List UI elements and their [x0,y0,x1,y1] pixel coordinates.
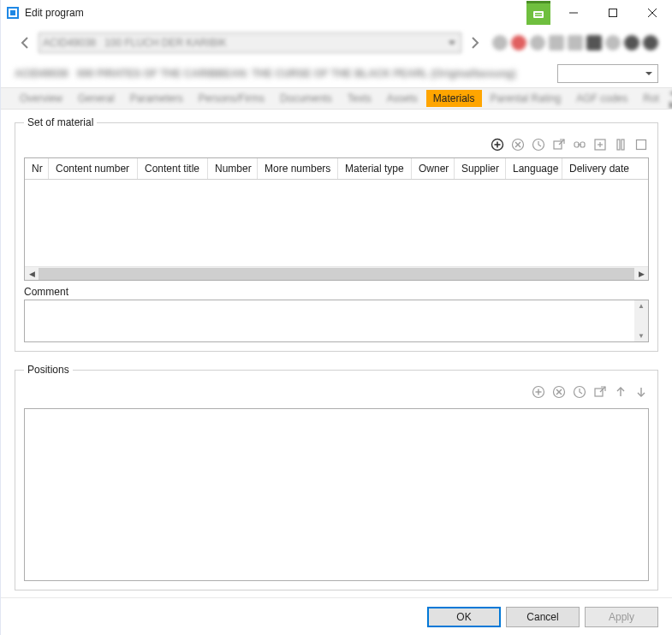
svg-rect-35 [595,389,603,396]
move-up-icon[interactable] [613,384,628,400]
col-material-type[interactable]: Material type [338,158,412,179]
scroll-left-icon[interactable]: ◀ [25,270,39,278]
tab-parental-rating[interactable]: Parental Rating [484,90,568,107]
positions-group: Positions [15,364,658,590]
positions-list[interactable] [24,408,649,581]
titlebar: Edit program [1,0,672,26]
title-badge-icon [526,1,550,25]
col-language[interactable]: Language [506,158,562,179]
scroll-down-icon[interactable]: ▼ [638,332,645,340]
app-icon [6,6,20,20]
svg-rect-26 [621,139,624,150]
nav-toolbar: ACID49038 100 FLUCH DER KARIBIK [1,26,672,60]
col-content-title[interactable]: Content title [138,158,208,179]
positions-toolbar [24,383,649,405]
svg-rect-5 [535,15,542,16]
tab-strip: Overview General Parameters Persons/Firm… [1,87,672,110]
svg-rect-7 [610,9,617,17]
open-external-icon[interactable] [592,384,608,400]
add-icon[interactable] [490,137,505,152]
set-of-material-legend: Set of material [24,116,97,128]
tab-materials[interactable]: Materials [426,90,482,107]
materials-table-body [25,180,648,266]
program-description: ACID49038 000 PIRATES OF THE CARIBBEAN: … [15,68,550,80]
toolbar-icon[interactable] [511,35,526,50]
set-of-material-toolbar [24,135,649,157]
set-of-material-group: Set of material Nr Content number Conten… [15,116,658,352]
subheader: ACID49038 000 PIRATES OF THE CARIBBEAN: … [1,60,672,87]
col-more-numbers[interactable]: More numbers [258,158,338,179]
col-nr[interactable]: Nr [25,158,49,179]
add-icon[interactable] [531,384,546,400]
nav-back-button[interactable] [15,33,35,53]
comment-label: Comment [24,286,649,298]
svg-rect-3 [533,11,544,18]
col-number[interactable]: Number [208,158,258,179]
svg-rect-25 [617,139,620,150]
toolbar-icon[interactable] [530,35,545,50]
tab-texts[interactable]: Texts [341,90,378,107]
tab-general[interactable]: General [71,90,122,107]
materials-table-header: Nr Content number Content title Number M… [25,158,648,180]
tab-assets[interactable]: Assets [380,90,425,107]
toolbar-icon[interactable] [624,35,639,50]
cancel-button[interactable]: Cancel [506,607,580,627]
tab-documents[interactable]: Documents [273,90,339,107]
close-button[interactable] [633,0,672,26]
program-selector-combo[interactable]: ACID49038 100 FLUCH DER KARIBIK [39,33,461,53]
col-content-number[interactable]: Content number [49,158,138,179]
maximize-button[interactable] [593,0,633,26]
scroll-track[interactable] [39,268,634,280]
comment-textarea[interactable]: ▲▼ [24,300,649,342]
checkbox-icon[interactable] [633,137,649,152]
col-supplier[interactable]: Supplier [455,158,506,179]
comment-scrollbar[interactable]: ▲▼ [634,300,648,341]
svg-rect-27 [637,140,646,150]
svg-rect-17 [554,141,562,149]
delete-icon[interactable] [510,137,526,152]
toolbar-icon[interactable] [586,35,602,50]
tab-rot[interactable]: Rot [636,90,666,107]
window-title: Edit program [25,7,526,19]
toolbar-icon[interactable] [643,35,658,50]
toolbar-icon[interactable] [492,35,508,50]
tab-agf-codes[interactable]: AGF codes [569,90,634,107]
dialog-footer: OK Cancel Apply [1,597,672,635]
tab-persons-firms[interactable]: Persons/Firms [192,90,271,107]
history-icon[interactable] [572,384,587,400]
toolbar-icon[interactable] [605,35,621,50]
nav-forward-button[interactable] [465,33,485,53]
history-icon[interactable] [531,137,546,152]
minimize-button[interactable] [554,0,593,26]
expand-icon[interactable] [592,137,608,152]
column-icon[interactable] [613,137,628,152]
delete-icon[interactable] [551,384,567,400]
svg-rect-4 [535,13,542,15]
tab-overview[interactable]: Overview [13,90,69,107]
toolbar-icon[interactable] [568,35,583,50]
materials-table-hscroll[interactable]: ◀ ▶ [25,266,648,280]
ok-button[interactable]: OK [427,607,501,627]
link-icon[interactable] [572,137,587,152]
col-delivery-date[interactable]: Delivery date [562,158,648,179]
col-owner[interactable]: Owner [412,158,455,179]
tab-parameters[interactable]: Parameters [123,90,190,107]
edit-program-window: Edit program ACID49038 100 FLUCH DER KAR… [0,0,672,635]
toolbar-action-icons [489,35,658,50]
materials-tab-content: Set of material Nr Content number Conten… [1,110,672,597]
apply-button: Apply [585,607,658,627]
materials-table[interactable]: Nr Content number Content title Number M… [24,157,649,281]
move-down-icon[interactable] [633,384,649,400]
toolbar-icon[interactable] [549,35,564,50]
subheader-combo[interactable] [557,64,658,83]
open-external-icon[interactable] [551,137,567,152]
scroll-up-icon[interactable]: ▲ [638,302,645,310]
positions-legend: Positions [24,364,73,376]
scroll-right-icon[interactable]: ▶ [634,270,648,278]
svg-rect-2 [10,10,15,15]
